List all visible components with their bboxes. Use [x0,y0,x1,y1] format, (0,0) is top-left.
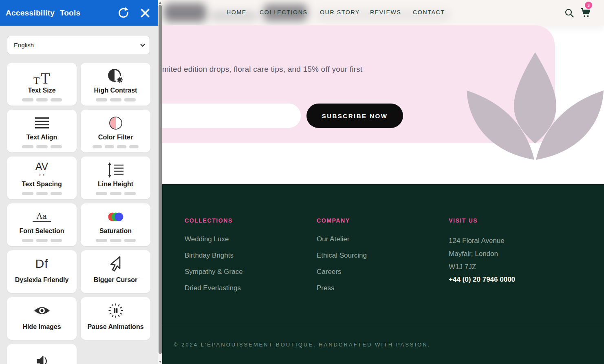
level-indicator [7,192,77,195]
accessibility-panel: Accessibility Tools English [0,0,158,364]
level-indicator [81,145,150,148]
tool-label: Text Size [7,87,77,94]
footer-heading: VISIT US [449,217,478,224]
line-height-icon [81,160,150,179]
tool-label: Font Selection [7,227,77,235]
footer-link[interactable]: Press [317,284,334,292]
tool-label: Saturation [81,227,150,235]
footer-link[interactable]: Sympathy & Grace [185,268,243,276]
tool-card-text-spacing[interactable]: AV↔ Text Spacing [7,157,77,199]
app-viewport: HOME COLLECTIONS OUR STORY REVIEWS CONTA… [0,0,604,364]
level-indicator [7,98,77,101]
font-selection-icon: Aa [7,207,77,226]
footer-link[interactable]: Ethical Sourcing [317,251,367,260]
cart-icon[interactable] [580,7,591,18]
nav-link-our-story[interactable]: OUR STORY [320,9,360,15]
tool-card-high-contrast[interactable]: High Contrast [81,63,150,106]
tool-label: Pause Animations [81,323,150,331]
level-indicator [81,239,150,242]
tool-card-pause-animations[interactable]: Pause Animations [81,297,150,340]
hide-images-icon [7,301,77,320]
footer-link[interactable]: Our Atelier [317,235,349,243]
tool-card-font-selection[interactable]: Aa Font Selection [7,203,77,246]
panel-title: Accessibility Tools [6,9,80,18]
address-line: Mayfair, London [449,250,498,258]
tool-label: High Contrast [81,87,150,94]
footer-link[interactable]: Wedding Luxe [185,235,229,243]
pause-animations-icon [81,301,150,320]
tool-card-text-size[interactable]: TT Text Size [7,63,77,106]
level-indicator [7,145,77,148]
accessibility-panel-header: Accessibility Tools [0,0,158,26]
address-line: W1J 7JZ [449,263,476,271]
color-filter-icon [81,113,150,132]
tool-card-line-height[interactable]: Line Height [81,157,150,199]
tool-label: Line Height [81,181,150,188]
newsletter-text: mited edition drops, floral care tips, a… [162,65,362,74]
tool-card-dyslexia-friendly[interactable]: Df Dyslexia Friendly [7,250,77,293]
footer-link[interactable]: Birthday Brights [185,251,234,260]
refresh-icon[interactable] [117,7,130,20]
tool-card-text-align[interactable]: Text Align [7,110,77,152]
nav-link-home[interactable]: HOME [227,9,247,15]
level-indicator [81,192,150,195]
level-indicator [81,98,150,101]
subscribe-button[interactable]: SUBSCRIBE NOW [306,104,403,128]
close-icon[interactable] [139,7,152,20]
tool-card-hide-images[interactable]: Hide Images [7,297,77,340]
tool-card-volume[interactable] [7,344,77,364]
scrollbar-down-arrow[interactable] [158,359,162,364]
footer-heading: COMPANY [317,217,350,224]
volume-icon [7,351,77,364]
lotus-flower-graphic [466,52,604,162]
footer-link[interactable]: Dried Everlastings [185,284,241,292]
tool-card-bigger-cursor[interactable]: Bigger Cursor [81,250,150,293]
tool-label: Text Spacing [7,181,77,188]
text-align-icon [7,113,77,132]
scrollbar-up-arrow[interactable] [158,0,162,5]
text-size-icon: TT [7,66,77,86]
footer-link[interactable]: Careers [317,268,341,276]
tool-label: Color Filter [81,134,150,141]
nav-link-contact[interactable]: CONTACT [413,9,445,15]
footer-heading: COLLECTIONS [185,217,233,224]
text-spacing-icon: AV↔ [7,160,77,179]
high-contrast-icon [81,66,150,86]
cart-count-badge: 3 [585,2,592,9]
tool-card-saturation[interactable]: Saturation [81,203,150,246]
level-indicator [7,239,77,242]
saturation-icon [81,207,150,226]
language-select[interactable]: English [7,36,150,54]
tool-label: Hide Images [7,323,77,331]
nav-link-reviews[interactable]: REVIEWS [370,9,401,15]
language-select-wrap: English [7,36,150,54]
tool-label: Bigger Cursor [81,276,150,284]
tool-label: Dyslexia Friendly [7,276,77,284]
search-icon[interactable] [564,8,575,18]
scrollbar-thumb[interactable] [159,5,162,354]
bigger-cursor-icon [81,254,150,273]
blurred-hero-heading [164,3,206,22]
address-line: 124 Floral Avenue [449,237,505,245]
dyslexia-friendly-icon: Df [7,254,77,273]
nav-link-collections[interactable]: COLLECTIONS [260,9,308,15]
tool-label: Text Align [7,134,77,141]
panel-scrollbar [158,0,162,364]
tool-card-color-filter[interactable]: Color Filter [81,110,150,152]
phone-link[interactable]: +44 (0) 20 7946 0000 [449,276,515,284]
